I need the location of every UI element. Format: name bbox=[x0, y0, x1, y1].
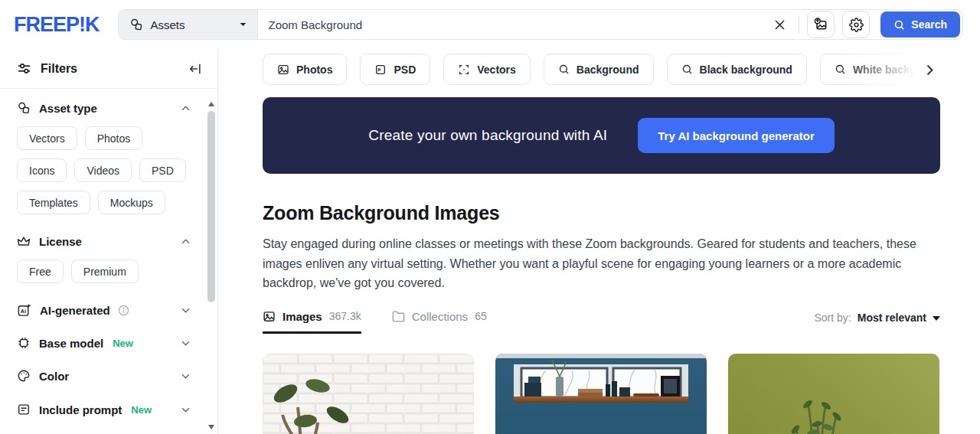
prompt-icon bbox=[17, 403, 31, 416]
tab-images[interactable]: Images 367.3k bbox=[263, 310, 361, 334]
svg-text:Ai: Ai bbox=[21, 308, 26, 315]
filter-section-ai-generated[interactable]: Ai AI-generated bbox=[17, 303, 190, 318]
asset-type-chips: Vectors Photos Icons Videos PSD Template… bbox=[17, 126, 190, 214]
filter-section-base-model[interactable]: Base model New bbox=[17, 336, 190, 350]
scroll-up-arrow[interactable] bbox=[206, 99, 217, 109]
filters-list: Asset type Vectors Photos Icons Videos P… bbox=[0, 89, 217, 433]
sort-label: Sort by: bbox=[815, 312, 851, 324]
search-category-label: Assets bbox=[151, 18, 185, 31]
filter-chip-psd[interactable]: PSD bbox=[139, 158, 186, 182]
divider bbox=[799, 15, 799, 34]
main-content: Photos PSD bbox=[219, 49, 980, 434]
vector-icon bbox=[458, 64, 470, 76]
tab-count: 65 bbox=[475, 310, 487, 322]
chevron-down-icon bbox=[181, 374, 190, 379]
related-chip-vectors[interactable]: Vectors bbox=[443, 54, 531, 85]
photo-icon bbox=[277, 64, 289, 76]
chip-icon bbox=[17, 336, 31, 350]
related-chip-label: Vectors bbox=[477, 64, 516, 76]
chevron-up-icon bbox=[181, 106, 190, 111]
new-badge: New bbox=[113, 338, 133, 349]
section-label: Base model bbox=[39, 337, 103, 350]
section-label: License bbox=[39, 235, 82, 248]
filter-section-include-prompt[interactable]: Include prompt New bbox=[17, 403, 190, 416]
chevron-up-icon bbox=[181, 239, 190, 244]
banner-message: Create your own background with AI bbox=[368, 127, 607, 144]
filters-sidebar: Filters Asset type bbox=[0, 49, 218, 434]
freepik-search-page: FREEP!K Assets bbox=[0, 0, 980, 434]
tab-label: Collections bbox=[412, 310, 468, 323]
filter-chip-templates[interactable]: Templates bbox=[17, 191, 90, 214]
related-chip-psd[interactable]: PSD bbox=[360, 54, 430, 85]
search-category-dropdown[interactable]: Assets bbox=[119, 10, 258, 39]
freepik-logo[interactable]: FREEP!K bbox=[14, 13, 100, 37]
filter-chip-premium[interactable]: Premium bbox=[71, 259, 139, 283]
image-icon bbox=[263, 310, 276, 323]
filters-title: Filters bbox=[41, 62, 77, 76]
search-icon bbox=[835, 64, 846, 75]
ai-icon: Ai bbox=[17, 303, 31, 318]
filter-chip-mockups[interactable]: Mockups bbox=[98, 191, 165, 214]
search-input[interactable] bbox=[258, 18, 769, 31]
filter-chip-icons[interactable]: Icons bbox=[17, 158, 67, 182]
search-icon bbox=[893, 19, 905, 31]
filter-chip-photos[interactable]: Photos bbox=[85, 126, 143, 150]
crown-icon bbox=[17, 234, 31, 248]
sort-dropdown[interactable]: Sort by: Most relevant bbox=[815, 312, 941, 332]
filter-section-color[interactable]: Color bbox=[17, 369, 190, 383]
top-header: FREEP!K Assets bbox=[0, 0, 980, 49]
shapes-icon bbox=[17, 101, 31, 115]
tab-collections[interactable]: Collections 65 bbox=[392, 310, 487, 334]
filters-header: Filters bbox=[0, 49, 217, 89]
license-chips: Free Premium bbox=[17, 259, 190, 283]
psd-icon bbox=[374, 64, 387, 76]
result-thumbnail-2[interactable] bbox=[495, 354, 707, 434]
scroll-down-arrow[interactable] bbox=[206, 422, 217, 432]
sliders-icon bbox=[17, 61, 31, 76]
shapes-icon bbox=[129, 18, 143, 31]
search-button-label: Search bbox=[911, 18, 947, 31]
collapse-sidebar-button[interactable] bbox=[188, 62, 202, 76]
gear-icon bbox=[849, 18, 864, 32]
results-toolbar: Images 367.3k Collections 65 Sort by: Mo… bbox=[263, 310, 940, 334]
search-icon bbox=[681, 64, 693, 75]
search-button[interactable]: Search bbox=[880, 11, 960, 38]
info-icon[interactable] bbox=[118, 305, 129, 316]
ai-generator-banner: Create your own background with AI Try A… bbox=[263, 97, 940, 174]
chevron-down-icon bbox=[181, 407, 190, 413]
result-thumbnail-1[interactable] bbox=[263, 354, 474, 434]
filter-section-asset-type[interactable]: Asset type bbox=[17, 101, 190, 115]
filter-section-license[interactable]: License bbox=[17, 234, 190, 248]
related-chip-label: Black background bbox=[700, 64, 792, 76]
chevron-down-icon bbox=[181, 341, 190, 346]
section-label: AI-generated bbox=[40, 304, 110, 317]
scrollbar-thumb[interactable] bbox=[207, 111, 215, 302]
filter-chip-free[interactable]: Free bbox=[17, 259, 64, 283]
section-label: Asset type bbox=[39, 102, 97, 115]
folder-icon bbox=[392, 310, 405, 323]
section-label: Include prompt bbox=[39, 403, 122, 416]
related-chip-label: Photos bbox=[296, 64, 332, 76]
caret-down-icon bbox=[933, 316, 940, 321]
search-bar: Assets bbox=[118, 9, 963, 40]
related-scroll-next-button[interactable] bbox=[920, 60, 939, 79]
search-by-image-button[interactable] bbox=[807, 11, 835, 38]
page-description: Stay engaged during online classes or me… bbox=[263, 234, 940, 293]
sidebar-scrollbar[interactable] bbox=[206, 97, 217, 434]
search-icon bbox=[558, 64, 570, 75]
section-label: Color bbox=[39, 370, 69, 383]
try-ai-background-generator-button[interactable]: Try AI background generator bbox=[638, 118, 835, 153]
search-settings-button[interactable] bbox=[842, 11, 870, 38]
filter-chip-vectors[interactable]: Vectors bbox=[17, 126, 77, 150]
related-chip-black-background[interactable]: Black background bbox=[667, 54, 807, 85]
sort-value: Most relevant bbox=[858, 312, 926, 324]
result-thumbnail-3[interactable] bbox=[728, 354, 939, 434]
related-chip-label: Background bbox=[577, 64, 639, 76]
related-chip-photos[interactable]: Photos bbox=[263, 54, 347, 85]
results-grid bbox=[263, 354, 940, 434]
new-badge: New bbox=[131, 404, 152, 416]
related-chip-background[interactable]: Background bbox=[544, 54, 654, 85]
tab-label: Images bbox=[283, 310, 322, 323]
clear-search-button[interactable] bbox=[768, 13, 791, 36]
filter-chip-videos[interactable]: Videos bbox=[74, 158, 132, 182]
